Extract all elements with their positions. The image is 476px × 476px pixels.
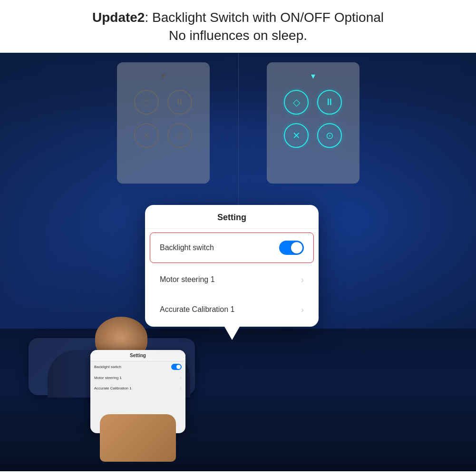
mini-row-3: Accurate Calibration 1 › [90, 383, 185, 394]
wifi-icon-off: ▾ [161, 71, 165, 81]
mini-row-3-label: Accurate Calibration 1 [94, 386, 132, 390]
setting-dialog-title: Setting [145, 205, 319, 229]
btn-off-2: ⏸ [167, 90, 192, 115]
btn-on-3: ✕ [284, 123, 309, 148]
header-text: Update2: Backlight Switch with ON/OFF Op… [14, 9, 462, 45]
setting-row-calibration[interactable]: Accurate Calibration 1 › [150, 297, 314, 323]
wifi-icon-on: ▾ [311, 71, 315, 81]
calibration-label: Accurate Calibration 1 [160, 305, 234, 314]
mini-row-1-label: Backlight switch [94, 365, 121, 369]
header-section: Update2: Backlight Switch with ON/OFF Op… [0, 0, 476, 53]
btn-off-4: ⊙ [167, 123, 192, 148]
btn-on-2: ⏸ [317, 90, 342, 115]
motor-chevron-icon: › [301, 275, 304, 285]
mini-row-1: Backlight switch [90, 361, 185, 373]
setting-row-motor[interactable]: Motor steering 1 › [150, 267, 314, 293]
setting-row-backlight: Backlight switch [150, 233, 314, 263]
hand-shape [100, 414, 176, 462]
mini-chevron-2: › [180, 386, 182, 391]
mini-phone-title: Setting [90, 350, 185, 361]
mini-row-2: Motor steering 1 › [90, 373, 185, 383]
btn-off-1: ◇ [134, 90, 159, 115]
switches-row: ▾ ◇ ⏸ ✕ ⊙ ▾ ◇ ⏸ ✕ ⊙ [0, 62, 476, 184]
btn-on-1: ◇ [284, 90, 309, 115]
mini-chevron-1: › [180, 375, 182, 380]
backlight-label: Backlight switch [160, 243, 214, 252]
motor-label: Motor steering 1 [160, 275, 215, 284]
mini-toggle [171, 364, 182, 370]
calibration-chevron-icon: › [301, 305, 304, 315]
mini-row-2-label: Motor steering 1 [94, 376, 122, 380]
dialog-tail [224, 327, 240, 340]
switch-panel-on: ▾ ◇ ⏸ ✕ ⊙ [267, 62, 359, 184]
switch-panel-off: ▾ ◇ ⏸ ✕ ⊙ [117, 62, 210, 184]
switch-buttons-off: ◇ ⏸ ✕ ⊙ [134, 90, 192, 148]
phone-hand: Setting Backlight switch Motor steering … [90, 357, 185, 462]
btn-off-3: ✕ [134, 123, 159, 148]
update-label: Update2 [92, 10, 145, 25]
main-scene: ▾ ◇ ⏸ ✕ ⊙ ▾ ◇ ⏸ ✕ ⊙ Setting [0, 53, 476, 471]
header-line1-rest: : Backlight Switch with ON/OFF Optional [145, 10, 384, 25]
btn-on-4: ⊙ [317, 123, 342, 148]
backlight-toggle[interactable] [279, 241, 304, 255]
setting-dialog: Setting Backlight switch Motor steering … [145, 205, 319, 327]
switch-buttons-on: ◇ ⏸ ✕ ⊙ [284, 90, 342, 148]
header-line2: No influences on sleep. [169, 28, 307, 43]
room-floor [0, 433, 476, 471]
